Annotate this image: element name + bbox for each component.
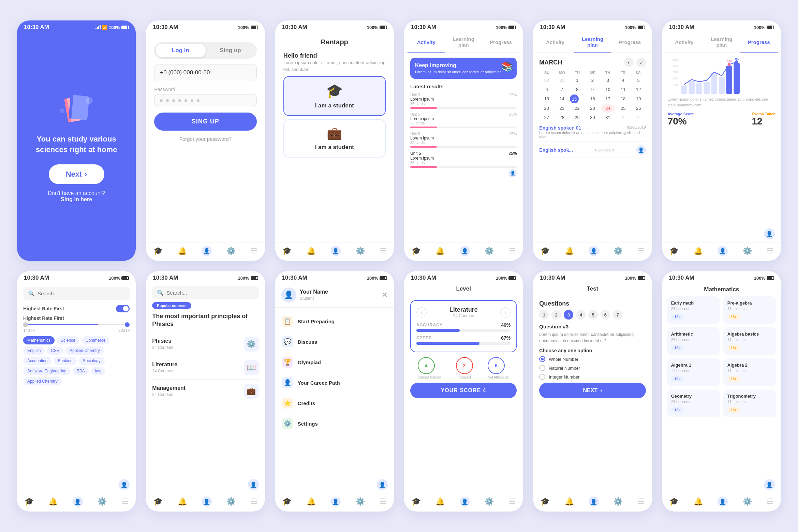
nav-menu-2[interactable]: ☰ bbox=[251, 247, 257, 255]
score-button[interactable]: YOUR SCORE 4 bbox=[410, 383, 517, 398]
nav-home-3[interactable]: 🎓 bbox=[282, 247, 292, 255]
tag-mathematics[interactable]: Mathematics bbox=[23, 336, 55, 344]
q-num-5[interactable]: 5 bbox=[588, 310, 598, 320]
signup-button[interactable]: SING UP bbox=[154, 113, 256, 131]
nav-bell-4[interactable]: 🔔 bbox=[435, 247, 445, 255]
nav-bell-12[interactable]: 🔔 bbox=[694, 497, 703, 506]
nav-bell-7[interactable]: 🔔 bbox=[48, 497, 58, 506]
search-bar-8[interactable]: 🔍 bbox=[152, 286, 258, 299]
tag-sociology[interactable]: Sociology bbox=[79, 357, 105, 365]
nav-avatar-11[interactable]: 👤 bbox=[589, 497, 599, 507]
tag-english[interactable]: English bbox=[23, 346, 45, 355]
tag-commerce[interactable]: Commerce bbox=[82, 336, 110, 344]
menu-item-discuss[interactable]: 💬 Discuss bbox=[275, 331, 394, 352]
nav-gear-10[interactable]: ⚙️ bbox=[485, 497, 494, 506]
phone-input[interactable] bbox=[154, 64, 256, 81]
nav-gear-8[interactable]: ⚙️ bbox=[226, 497, 236, 506]
close-menu-button[interactable]: ✕ bbox=[382, 291, 388, 299]
nav-menu-11[interactable]: ☰ bbox=[638, 497, 645, 506]
level-prev[interactable]: ‹ bbox=[416, 307, 427, 317]
tab-progress-6[interactable]: Progress bbox=[740, 32, 778, 53]
nav-avatar-5[interactable]: 👤 bbox=[589, 246, 599, 256]
search-bar-7[interactable]: 🔍 bbox=[23, 287, 130, 300]
q-num-1[interactable]: 1 bbox=[539, 310, 549, 320]
signin-link[interactable]: Sing in here bbox=[61, 196, 92, 202]
nav-menu-10[interactable]: ☰ bbox=[509, 497, 516, 506]
nav-home-5[interactable]: 🎓 bbox=[541, 247, 550, 255]
nav-menu-3[interactable]: ☰ bbox=[380, 247, 386, 255]
level-next[interactable]: › bbox=[500, 307, 511, 317]
tag-software-engineering[interactable]: Software Engineering bbox=[23, 367, 71, 375]
q-num-3[interactable]: 3 bbox=[564, 310, 573, 320]
search-input-7[interactable] bbox=[38, 291, 125, 296]
q-num-2[interactable]: 2 bbox=[551, 310, 561, 320]
tag-science[interactable]: Science bbox=[57, 336, 79, 344]
nav-menu-6[interactable]: ☰ bbox=[767, 247, 773, 255]
math-card-geometry[interactable]: Geometry 24 Lessons 12+ bbox=[667, 389, 720, 417]
tag-bba[interactable]: BBA bbox=[73, 367, 89, 375]
nav-home-2[interactable]: 🎓 bbox=[153, 247, 163, 255]
nav-home-12[interactable]: 🎓 bbox=[669, 497, 679, 506]
math-card-pre-algebra[interactable]: Pre-algebra 11 Lessons 18+ bbox=[723, 296, 776, 324]
today-marker[interactable]: 15 bbox=[570, 94, 579, 103]
nav-bell-6[interactable]: 🔔 bbox=[694, 247, 703, 255]
nav-gear-7[interactable]: ⚙️ bbox=[98, 497, 107, 506]
menu-item-credits[interactable]: ⭐ Credits bbox=[275, 393, 394, 413]
nav-avatar-2[interactable]: 👤 bbox=[202, 246, 212, 256]
login-tab[interactable]: Log in bbox=[156, 44, 205, 57]
toggle-1[interactable] bbox=[116, 305, 130, 312]
nav-menu-8[interactable]: ☰ bbox=[251, 497, 257, 506]
course-item-1[interactable]: Phisics 24 Courses ⚙️ bbox=[152, 332, 258, 356]
signup-tab[interactable]: Sing up bbox=[206, 44, 255, 57]
tag-applied-chemistry[interactable]: Applied Chemtry bbox=[65, 346, 104, 355]
radio-2[interactable] bbox=[539, 365, 545, 371]
nav-gear-9[interactable]: ⚙️ bbox=[356, 497, 365, 506]
course-item-3[interactable]: Management 24 Courses 💼 bbox=[152, 380, 258, 403]
nav-home-8[interactable]: 🎓 bbox=[153, 497, 163, 506]
nav-gear-3[interactable]: ⚙️ bbox=[356, 247, 365, 255]
slider-thumb-right[interactable] bbox=[125, 322, 130, 327]
tab-learning-4[interactable]: Learning plan bbox=[445, 32, 482, 53]
nav-avatar-10[interactable]: 👤 bbox=[460, 497, 470, 507]
nav-bell-5[interactable]: 🔔 bbox=[565, 247, 574, 255]
nav-avatar-9[interactable]: 👤 bbox=[330, 497, 341, 507]
nav-gear-5[interactable]: ⚙️ bbox=[614, 247, 623, 255]
teacher-role-card[interactable]: 💼 I am a student bbox=[283, 119, 386, 158]
tab-learning-5[interactable]: Learning plan bbox=[574, 32, 611, 53]
nav-home-9[interactable]: 🎓 bbox=[282, 497, 292, 506]
tab-activity-4[interactable]: Activity bbox=[408, 32, 445, 53]
nav-bell-2[interactable]: 🔔 bbox=[178, 247, 187, 255]
nav-bell-3[interactable]: 🔔 bbox=[307, 247, 316, 255]
nav-gear-6[interactable]: ⚙️ bbox=[743, 247, 752, 255]
menu-item-career[interactable]: 👤 Your Careee Path bbox=[275, 372, 394, 393]
nav-avatar-8[interactable]: 👤 bbox=[202, 497, 212, 507]
tag-applied-chemistry-2[interactable]: Applied Chemtry bbox=[23, 377, 62, 385]
nav-home-10[interactable]: 🎓 bbox=[412, 497, 421, 506]
slider-thumb-left[interactable] bbox=[23, 322, 28, 327]
nav-home-11[interactable]: 🎓 bbox=[541, 497, 550, 506]
math-card-trigonometry[interactable]: Trigonometry 11 Lessons 18+ bbox=[723, 389, 776, 417]
math-card-algebra1[interactable]: Algebra 1 11 Lessons 12+ bbox=[667, 358, 720, 386]
nav-gear-2[interactable]: ⚙️ bbox=[226, 247, 236, 255]
password-field[interactable] bbox=[154, 94, 256, 107]
next-button-test[interactable]: NEXT › bbox=[539, 383, 646, 398]
menu-item-settings[interactable]: ⚙️ Settings bbox=[275, 413, 394, 434]
radio-1[interactable] bbox=[539, 356, 545, 362]
nav-bell-8[interactable]: 🔔 bbox=[178, 497, 187, 506]
menu-item-olympiad[interactable]: 🏆 Olympiad bbox=[275, 352, 394, 372]
nav-menu-7[interactable]: ☰ bbox=[122, 497, 129, 506]
tag-accounting[interactable]: Accounting bbox=[23, 357, 51, 365]
nav-avatar-4[interactable]: 👤 bbox=[460, 246, 470, 256]
tag-cse[interactable]: CSE bbox=[47, 346, 63, 355]
nav-avatar-12[interactable]: 👤 bbox=[718, 497, 728, 507]
q-num-4[interactable]: 4 bbox=[576, 310, 586, 320]
nav-home-7[interactable]: 🎓 bbox=[25, 497, 34, 506]
nav-avatar-6[interactable]: 👤 bbox=[718, 246, 728, 256]
tag-banking[interactable]: Banking bbox=[54, 357, 76, 365]
search-input-8[interactable] bbox=[166, 290, 254, 296]
nav-menu-4[interactable]: ☰ bbox=[509, 247, 516, 255]
course-item-2[interactable]: Literature 24 Courses 📖 bbox=[152, 356, 258, 380]
price-slider[interactable] bbox=[23, 324, 130, 325]
nav-bell-9[interactable]: 🔔 bbox=[307, 497, 316, 506]
tag-law[interactable]: law bbox=[91, 367, 105, 375]
